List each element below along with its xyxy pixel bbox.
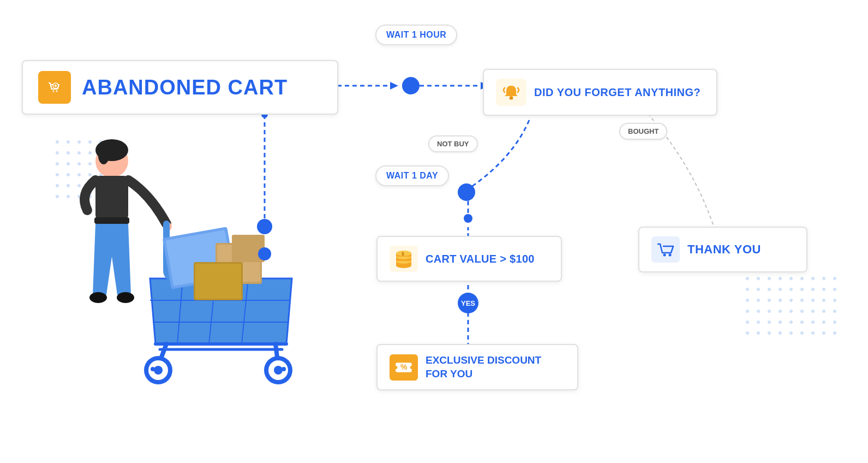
wait-hour-label: WAIT 1 HOUR [375,25,457,45]
svg-point-125 [746,331,749,335]
svg-point-21 [77,173,81,176]
svg-point-20 [67,173,70,176]
svg-rect-37 [95,176,128,219]
svg-point-1 [53,91,55,92]
svg-point-120 [789,320,793,324]
abandoned-cart-box: ABANDONED CART [22,60,338,115]
svg-point-92 [779,288,782,291]
svg-point-124 [833,320,836,324]
svg-point-7 [88,140,92,144]
svg-point-66 [257,219,272,234]
svg-point-86 [811,277,815,280]
svg-point-133 [833,331,836,335]
svg-text:%: % [400,363,408,371]
svg-marker-69 [390,82,398,90]
cart-trigger-icon [38,71,71,104]
forgot-box: DID YOU FORGET ANYTHING? [483,69,717,116]
svg-point-99 [757,299,760,302]
svg-point-30 [67,195,70,198]
svg-point-106 [833,299,836,302]
svg-point-70 [402,77,420,94]
svg-point-6 [77,140,81,144]
exclusive-discount-box: % EXCLUSIVE DISCOUNT FOR YOU [376,344,578,390]
svg-point-73 [458,183,475,201]
svg-point-17 [88,162,92,165]
wait-day-label: WAIT 1 DAY [375,165,449,186]
svg-point-29 [56,195,59,198]
svg-point-10 [67,151,70,155]
svg-point-113 [811,310,815,313]
svg-point-132 [822,331,825,335]
svg-point-94 [800,288,804,291]
svg-point-12 [88,151,92,155]
svg-point-36 [98,147,109,164]
forgot-title: DID YOU FORGET ANYTHING? [534,86,701,99]
svg-point-129 [789,331,793,335]
thank-you-title: THANK YOU [687,242,761,257]
svg-point-127 [768,331,771,335]
svg-point-89 [746,288,749,291]
svg-point-67 [258,247,271,260]
abandoned-cart-title: ABANDONED CART [82,76,288,99]
svg-point-14 [56,162,59,165]
svg-point-62 [151,367,155,371]
svg-point-96 [822,288,825,291]
svg-point-104 [811,299,815,302]
svg-rect-52 [195,264,241,299]
svg-point-116 [746,320,749,324]
discount-icon: % [390,354,418,381]
svg-point-100 [768,299,771,302]
svg-point-136 [510,97,513,100]
discount-title: EXCLUSIVE DISCOUNT FOR YOU [426,354,541,381]
svg-point-74 [464,214,472,223]
svg-point-118 [768,320,771,324]
svg-point-147 [669,254,672,257]
svg-point-2 [56,91,58,92]
svg-point-85 [800,277,804,280]
svg-text:$: $ [402,251,404,257]
svg-point-107 [746,310,749,313]
svg-point-105 [822,299,825,302]
svg-point-108 [757,310,760,313]
svg-point-61 [274,366,283,375]
svg-point-111 [789,310,793,313]
thank-you-box: THANK YOU [638,227,807,272]
svg-point-91 [768,288,771,291]
shopping-cart-icon [651,236,680,263]
svg-point-97 [833,288,836,291]
svg-point-9 [56,151,59,155]
svg-point-109 [768,310,771,313]
svg-point-19 [56,173,59,176]
svg-point-11 [77,151,81,155]
svg-point-101 [779,299,782,302]
money-icon: $ [390,246,418,272]
svg-point-24 [56,184,59,187]
svg-point-4 [56,140,59,144]
cart-value-title: CART VALUE > $100 [426,253,535,265]
svg-point-26 [77,184,81,187]
svg-point-90 [757,288,760,291]
svg-point-83 [779,277,782,280]
svg-point-131 [811,331,815,335]
bell-icon [496,79,526,106]
svg-point-22 [88,173,92,176]
svg-point-40 [117,292,134,303]
svg-point-25 [67,184,70,187]
svg-point-103 [800,299,804,302]
svg-point-114 [822,310,825,313]
svg-point-15 [67,162,70,165]
svg-point-84 [789,277,793,280]
svg-point-80 [746,277,749,280]
yes-badge: YES [458,293,478,313]
svg-point-102 [789,299,793,302]
svg-point-130 [800,331,804,335]
svg-point-122 [811,320,815,324]
svg-point-88 [833,277,836,280]
svg-point-58 [154,366,163,375]
cart-value-box: $ CART VALUE > $100 [376,236,562,282]
svg-point-82 [768,277,771,280]
svg-point-5 [67,140,70,144]
shopping-illustration [19,109,325,437]
svg-point-87 [822,277,825,280]
svg-point-128 [779,331,782,335]
